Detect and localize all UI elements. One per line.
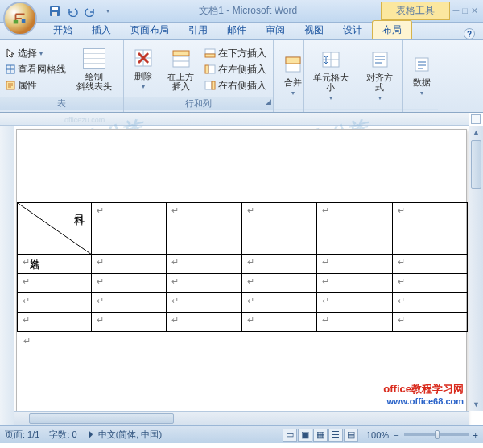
diagonal-header-cell[interactable]: 科目 姓名 (18, 203, 92, 255)
status-bar: 页面: 1/1 字数: 0 🞂 中文(简体, 中国) ▭ ▣ ▦ ☰ ▤ 100… (0, 425, 483, 443)
table-cell[interactable]: ↵ (242, 203, 316, 255)
table-cell[interactable]: ↵ (167, 203, 242, 255)
group-cellsize-label (304, 109, 357, 110)
view-print-layout[interactable]: ▭ (283, 429, 297, 442)
cell-size-button[interactable]: 单元格大小▾ (308, 47, 353, 105)
tab-table-layout[interactable]: 布局 (372, 20, 412, 39)
zoom-slider[interactable] (404, 433, 469, 436)
tab-insert[interactable]: 插入 (82, 21, 121, 39)
help-button[interactable]: ? (464, 28, 475, 39)
insert-below-button[interactable]: 在下方插入 (202, 46, 269, 61)
status-page[interactable]: 页面: 1/1 (5, 429, 39, 441)
ribbon-tabs: 开始 插入 页面布局 引用 邮件 审阅 视图 设计 布局 ? (0, 23, 483, 40)
svg-rect-2 (14, 19, 19, 23)
tab-view[interactable]: 视图 (295, 21, 333, 39)
group-table-label: 表 (0, 97, 123, 110)
redo-button[interactable] (82, 3, 98, 19)
group-merge-label (274, 109, 303, 110)
office-button[interactable] (3, 2, 37, 35)
ribbon: 选择▾ 查看网格线 属性 绘制 斜线表头 表 删除▾ 在上方 插入 在下方插入 (0, 40, 483, 113)
svg-rect-4 (52, 7, 58, 10)
status-language[interactable]: 🞂 中文(简体, 中国) (87, 429, 163, 441)
view-outline[interactable]: ☰ (328, 429, 343, 442)
window-controls: ─ □ ✕ (453, 6, 478, 16)
svg-rect-1 (22, 19, 26, 23)
svg-rect-19 (205, 65, 208, 73)
svg-rect-23 (286, 57, 300, 64)
table-row: ↵↵↵↵↵↵ (18, 313, 468, 332)
vertical-ruler[interactable] (0, 126, 14, 425)
tab-references[interactable]: 引用 (179, 21, 217, 39)
ruler-toggle[interactable] (471, 114, 481, 124)
view-full-screen[interactable]: ▣ (298, 429, 312, 442)
credits: office教程学习网 www.office68.com (383, 382, 464, 406)
horizontal-scrollbar[interactable] (14, 411, 469, 425)
save-button[interactable] (47, 3, 63, 19)
svg-rect-31 (415, 58, 428, 71)
tab-home[interactable]: 开始 (43, 21, 82, 39)
title-bar: ▾ 文档1 - Microsoft Word 表格工具 ─ □ ✕ (0, 0, 483, 23)
maximize-button[interactable]: □ (462, 6, 468, 16)
table-row: ↵↵↵↵↵↵ (18, 255, 468, 274)
svg-rect-15 (173, 51, 189, 56)
view-buttons: ▭ ▣ ▦ ☰ ▤ (283, 429, 358, 442)
group-alignment-label (357, 109, 402, 110)
tab-mailings[interactable]: 邮件 (217, 21, 256, 39)
scroll-down-icon[interactable]: ▼ (469, 398, 483, 411)
status-words[interactable]: 字数: 0 (49, 429, 76, 441)
insert-right-button[interactable]: 在右侧插入 (202, 78, 269, 93)
data-button[interactable]: 数据▾ (406, 52, 438, 100)
quick-access-toolbar: ▾ (47, 3, 116, 19)
tab-review[interactable]: 审阅 (256, 21, 295, 39)
zoom-level[interactable]: 100% (366, 430, 389, 440)
table-cell[interactable]: ↵ (317, 203, 392, 255)
scroll-up-icon[interactable]: ▲ (469, 126, 483, 139)
delete-button[interactable]: 删除▾ (127, 45, 159, 93)
draw-diagonal-header-button[interactable]: 绘制 斜线表头 (72, 46, 117, 93)
insert-left-button[interactable]: 在左侧插入 (202, 62, 269, 77)
qat-customize[interactable]: ▾ (100, 3, 116, 19)
close-button[interactable]: ✕ (471, 6, 478, 16)
svg-rect-5 (52, 12, 57, 16)
group-data-label (402, 109, 438, 110)
alignment-button[interactable]: 对齐方式▾ (361, 47, 398, 105)
view-gridlines-button[interactable]: 查看网格线 (3, 62, 68, 77)
svg-rect-17 (205, 54, 215, 57)
paragraph-mark: ↵ (17, 332, 466, 350)
table-row: ↵↵↵↵↵↵ (18, 293, 468, 313)
scroll-thumb-h[interactable] (29, 413, 174, 424)
tab-page-layout[interactable]: 页面布局 (121, 21, 179, 39)
rows-cols-launcher[interactable]: ◢ (266, 97, 271, 106)
view-web[interactable]: ▦ (313, 429, 328, 442)
word-table[interactable]: 科目 姓名 ↵ ↵ ↵ ↵ ↵ ↵↵↵↵↵↵ ↵↵↵↵↵↵ ↵↵↵↵↵↵ ↵↵↵… (17, 202, 468, 332)
window-title: 文档1 - Microsoft Word (116, 4, 381, 18)
tab-design[interactable]: 设计 (333, 21, 372, 39)
table-cell[interactable]: ↵ (92, 203, 167, 255)
view-draft[interactable]: ▤ (344, 429, 358, 442)
select-button[interactable]: 选择▾ (3, 46, 68, 61)
context-tab-title: 表格工具 (381, 2, 450, 20)
insert-above-button[interactable]: 在上方 插入 (163, 46, 199, 93)
scroll-thumb[interactable] (471, 140, 481, 189)
table-cell[interactable]: ↵ (392, 203, 467, 255)
zoom-in-button[interactable]: + (473, 430, 478, 440)
properties-button[interactable]: 属性 (3, 78, 68, 93)
group-rows-cols-label: 行和列◢ (124, 97, 273, 110)
undo-button[interactable] (64, 3, 80, 19)
svg-rect-21 (212, 81, 215, 89)
vertical-scrollbar[interactable]: ▲ ▼ (469, 126, 483, 411)
svg-rect-16 (205, 49, 215, 54)
document-page[interactable]: 科目 姓名 ↵ ↵ ↵ ↵ ↵ ↵↵↵↵↵↵ ↵↵↵↵↵↵ ↵↵↵↵↵↵ ↵↵↵… (16, 129, 467, 425)
zoom-out-button[interactable]: − (394, 430, 398, 440)
table-row: ↵↵↵↵↵↵ (18, 274, 468, 293)
minimize-button[interactable]: ─ (453, 6, 460, 16)
document-area: 办公族 officezu.com 办公族 办公族 办公族 officezu.co… (0, 113, 483, 425)
svg-line-32 (18, 203, 92, 255)
table-row: 科目 姓名 ↵ ↵ ↵ ↵ ↵ (18, 203, 468, 255)
svg-rect-20 (205, 81, 212, 89)
svg-rect-18 (208, 65, 215, 73)
